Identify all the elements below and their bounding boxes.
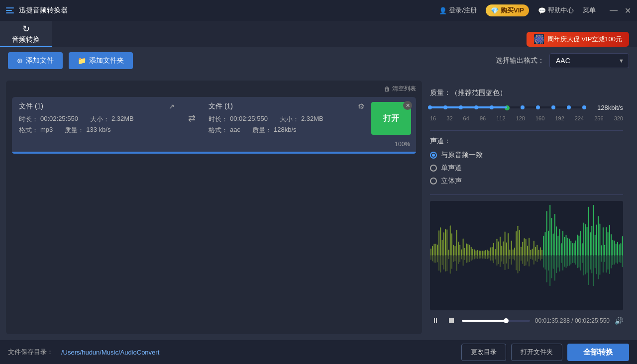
tab-audio-convert[interactable]: ↻ 音频转换 bbox=[0, 21, 52, 47]
svg-rect-42 bbox=[463, 256, 464, 266]
svg-rect-207 bbox=[596, 224, 597, 256]
stop-button[interactable]: ⏹ bbox=[446, 315, 457, 326]
src-quality: 质量：133 kb/s bbox=[65, 126, 110, 135]
minimize-button[interactable]: — bbox=[610, 6, 618, 15]
quality-value: 128kbit/s bbox=[588, 104, 623, 111]
svg-rect-188 bbox=[580, 256, 581, 271]
menu-button[interactable]: 菜单 bbox=[583, 6, 596, 15]
channel-stereo[interactable]: 立体声 bbox=[430, 177, 623, 185]
divider1 bbox=[430, 130, 623, 131]
svg-rect-85 bbox=[498, 241, 499, 256]
svg-rect-210 bbox=[598, 256, 599, 279]
svg-rect-55 bbox=[474, 249, 475, 256]
file-dst-header: 文件 (1) ⚙ bbox=[209, 102, 364, 111]
svg-rect-228 bbox=[612, 256, 613, 265]
open-folder-button[interactable]: 打开文件夹 bbox=[511, 344, 562, 361]
file-dst-settings-icon[interactable]: ⚙ bbox=[358, 102, 364, 111]
svg-rect-25 bbox=[450, 225, 451, 256]
help-button[interactable]: 💬 帮助中心 bbox=[538, 6, 574, 15]
convert-all-button[interactable]: 全部转换 bbox=[567, 344, 629, 361]
svg-rect-160 bbox=[557, 256, 558, 268]
svg-rect-112 bbox=[519, 256, 520, 271]
svg-rect-217 bbox=[604, 245, 605, 256]
svg-rect-101 bbox=[511, 241, 512, 256]
svg-rect-4 bbox=[432, 256, 433, 262]
svg-rect-69 bbox=[485, 250, 486, 256]
quality-slider[interactable] bbox=[430, 102, 584, 112]
svg-rect-68 bbox=[484, 256, 485, 259]
svg-rect-216 bbox=[603, 256, 604, 273]
svg-rect-43 bbox=[464, 248, 465, 256]
clear-list-button[interactable]: 🗑 清空列表 bbox=[384, 85, 416, 93]
svg-rect-232 bbox=[616, 256, 617, 263]
svg-rect-102 bbox=[511, 256, 512, 265]
add-file-button[interactable]: ⊕ 添加文件 bbox=[8, 52, 63, 69]
pause-button[interactable]: ⏸ bbox=[430, 315, 441, 326]
svg-rect-47 bbox=[467, 244, 468, 256]
svg-rect-78 bbox=[492, 256, 493, 261]
format-select[interactable]: AAC MP3 FLAC WAV OGG M4A bbox=[549, 53, 629, 68]
svg-rect-201 bbox=[591, 226, 592, 256]
svg-rect-167 bbox=[564, 237, 565, 256]
svg-rect-51 bbox=[471, 247, 472, 256]
add-folder-button[interactable]: 📁 添加文件夹 bbox=[69, 52, 133, 69]
svg-rect-195 bbox=[587, 227, 588, 256]
svg-rect-223 bbox=[609, 225, 610, 256]
login-button[interactable]: 👤 登录/注册 bbox=[439, 6, 477, 15]
svg-rect-24 bbox=[448, 256, 449, 259]
vip-button[interactable]: 💎 购买VIP bbox=[486, 4, 529, 16]
svg-rect-135 bbox=[538, 250, 539, 256]
channel-original[interactable]: 与原音频一致 bbox=[430, 151, 623, 160]
promo-banner[interactable]: 🎆 周年庆大促 VIP立减100元 bbox=[527, 32, 629, 47]
shuffle-icon[interactable]: ⇄ bbox=[188, 113, 196, 124]
user-icon: 👤 bbox=[439, 7, 447, 14]
dst-quality: 质量：128kb/s bbox=[252, 126, 297, 135]
svg-rect-9 bbox=[437, 245, 438, 256]
svg-rect-224 bbox=[609, 256, 610, 274]
svg-rect-95 bbox=[506, 242, 507, 256]
svg-rect-119 bbox=[526, 239, 527, 256]
svg-rect-122 bbox=[527, 256, 528, 262]
svg-rect-145 bbox=[546, 211, 547, 256]
svg-rect-132 bbox=[535, 256, 536, 261]
file-card-close-button[interactable]: ✕ bbox=[403, 101, 412, 110]
svg-rect-16 bbox=[442, 256, 443, 265]
svg-rect-130 bbox=[533, 256, 534, 265]
close-button[interactable]: ✕ bbox=[625, 6, 631, 15]
svg-rect-96 bbox=[506, 256, 507, 264]
svg-rect-110 bbox=[518, 256, 519, 273]
svg-rect-67 bbox=[484, 251, 485, 256]
file-card-inner: 文件 (1) ↗ 时长：00:02:25:550 大小：2.32MB 格式：mp… bbox=[12, 97, 416, 140]
svg-rect-113 bbox=[521, 247, 522, 256]
svg-rect-234 bbox=[617, 256, 618, 264]
quality-row: 128kbit/s bbox=[430, 102, 623, 112]
channel-mono[interactable]: 单声道 bbox=[430, 164, 623, 173]
svg-rect-116 bbox=[522, 256, 523, 264]
svg-rect-91 bbox=[503, 241, 504, 256]
svg-rect-107 bbox=[516, 231, 517, 256]
file-dst-meta2: 格式：aac 质量：128kb/s bbox=[209, 126, 364, 135]
save-path-label: 文件保存目录： bbox=[8, 348, 53, 357]
svg-rect-205 bbox=[595, 235, 596, 256]
svg-rect-8 bbox=[435, 256, 436, 263]
svg-rect-202 bbox=[591, 256, 592, 273]
svg-rect-97 bbox=[508, 233, 509, 256]
volume-icon[interactable]: 🔊 bbox=[615, 317, 623, 325]
help-icon: 💬 bbox=[538, 7, 546, 14]
file-src-meta: 时长：00:02:25:550 大小：2.32MB bbox=[19, 115, 175, 124]
src-format: 格式：mp3 bbox=[19, 126, 53, 135]
format-selector: 选择输出格式： AAC MP3 FLAC WAV OGG M4A bbox=[496, 53, 629, 68]
vip-icon: 💎 bbox=[491, 7, 499, 14]
playback-progress[interactable] bbox=[462, 320, 530, 322]
dst-size: 大小：2.32MB bbox=[280, 115, 323, 124]
quality-labels: 16 32 64 96 112 128 160 192 224 256 320 bbox=[430, 115, 623, 121]
svg-rect-48 bbox=[467, 256, 468, 263]
svg-rect-147 bbox=[548, 231, 549, 256]
svg-rect-82 bbox=[495, 256, 496, 260]
svg-rect-120 bbox=[526, 256, 527, 266]
svg-rect-123 bbox=[529, 238, 530, 256]
svg-rect-163 bbox=[561, 243, 562, 256]
dst-duration: 时长：00:02:25:550 bbox=[209, 115, 268, 124]
svg-rect-37 bbox=[459, 245, 460, 256]
change-dir-button[interactable]: 更改目录 bbox=[461, 344, 506, 361]
